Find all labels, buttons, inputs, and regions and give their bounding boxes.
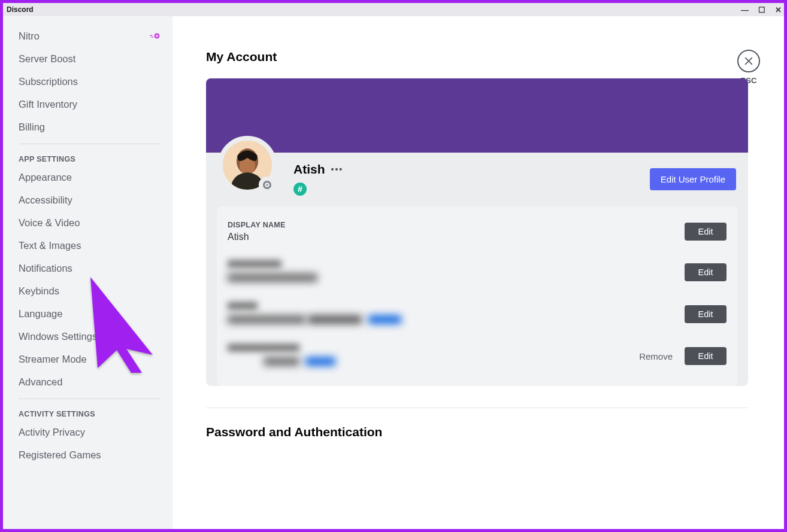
nitro-badge-icon bbox=[150, 32, 161, 41]
sidebar-item-nitro[interactable]: Nitro bbox=[13, 26, 167, 47]
window-titlebar: Discord — ☐ ✕ bbox=[3, 3, 784, 16]
svg-rect-2 bbox=[150, 35, 153, 36]
more-icon[interactable]: ••• bbox=[331, 165, 344, 174]
sidebar-item-keybinds[interactable]: Keybinds bbox=[13, 281, 167, 302]
sidebar-item-voice-video[interactable]: Voice & Video bbox=[13, 212, 167, 233]
redacted-value bbox=[228, 273, 317, 282]
sidebar-item-gift-inventory[interactable]: Gift Inventory bbox=[13, 94, 167, 115]
edit-button[interactable]: Edit bbox=[685, 305, 727, 323]
sidebar-item-windows-settings[interactable]: Windows Settings bbox=[13, 326, 167, 347]
sidebar-item-activity-privacy[interactable]: Activity Privacy bbox=[13, 422, 167, 443]
main-content: ESC My Account bbox=[172, 16, 784, 529]
password-auth-title: Password and Authentication bbox=[206, 425, 748, 439]
account-fields-panel: DISPLAY NAME Atish Edit bbox=[217, 206, 737, 386]
sidebar-divider bbox=[19, 399, 161, 399]
redacted-label bbox=[228, 344, 299, 351]
profile-username: Atish bbox=[293, 162, 325, 177]
window-close-icon[interactable]: ✕ bbox=[775, 5, 782, 14]
profile-card: Atish ••• # Edit User Profile DISPLAY NA… bbox=[206, 78, 748, 386]
sidebar-header-app-settings: APP SETTINGS bbox=[13, 147, 167, 167]
redacted-link bbox=[368, 315, 401, 324]
app-title: Discord bbox=[7, 5, 34, 14]
sidebar-item-subscriptions[interactable]: Subscriptions bbox=[13, 71, 167, 92]
field-row-redacted: Remove Edit bbox=[228, 341, 727, 382]
sidebar-item-server-boost[interactable]: Server Boost bbox=[13, 48, 167, 69]
svg-rect-3 bbox=[151, 37, 153, 38]
redacted-label bbox=[228, 302, 258, 309]
sidebar-header-activity-settings: ACTIVITY SETTINGS bbox=[13, 402, 167, 422]
field-display-name: DISPLAY NAME Atish Edit bbox=[228, 217, 727, 257]
sidebar-item-text-images[interactable]: Text & Images bbox=[13, 235, 167, 256]
sidebar-item-language[interactable]: Language bbox=[13, 303, 167, 324]
edit-display-name-button[interactable]: Edit bbox=[685, 223, 727, 241]
sidebar-item-advanced[interactable]: Advanced bbox=[13, 372, 167, 393]
redacted-value bbox=[228, 315, 305, 324]
hash-badge-icon: # bbox=[293, 183, 307, 196]
edit-button[interactable]: Edit bbox=[685, 263, 727, 281]
display-name-label: DISPLAY NAME bbox=[228, 221, 685, 229]
status-indicator bbox=[259, 177, 276, 193]
sidebar-item-appearance[interactable]: Appearance bbox=[13, 167, 167, 188]
sidebar-item-registered-games[interactable]: Registered Games bbox=[13, 445, 167, 466]
edit-button[interactable]: Edit bbox=[685, 347, 727, 365]
settings-sidebar: Nitro Server Boost Subscriptions Gift In… bbox=[3, 16, 172, 529]
field-row-redacted: Edit bbox=[228, 257, 727, 299]
redacted-value bbox=[264, 357, 299, 366]
window-maximize-icon[interactable]: ☐ bbox=[758, 5, 765, 14]
sidebar-item-notifications[interactable]: Notifications bbox=[13, 258, 167, 279]
display-name-value: Atish bbox=[228, 232, 685, 242]
redacted-link bbox=[305, 357, 335, 366]
redacted-label bbox=[228, 260, 281, 267]
remove-button[interactable]: Remove bbox=[631, 347, 681, 366]
edit-user-profile-button[interactable]: Edit User Profile bbox=[650, 168, 736, 190]
field-row-redacted: Edit bbox=[228, 299, 727, 341]
page-title: My Account bbox=[206, 50, 748, 64]
svg-point-1 bbox=[156, 35, 158, 37]
sidebar-item-accessibility[interactable]: Accessibility bbox=[13, 190, 167, 211]
sidebar-item-streamer-mode[interactable]: Streamer Mode bbox=[13, 349, 167, 370]
profile-banner bbox=[206, 78, 748, 153]
section-divider bbox=[206, 408, 748, 408]
sidebar-divider bbox=[19, 144, 161, 144]
sidebar-item-billing[interactable]: Billing bbox=[13, 117, 167, 138]
window-minimize-icon[interactable]: — bbox=[741, 5, 749, 14]
